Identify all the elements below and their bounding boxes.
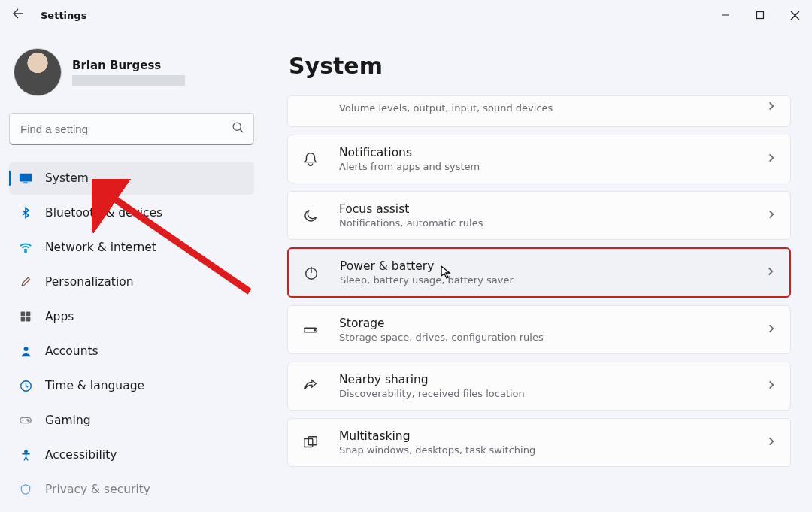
chevron-right-icon [765, 265, 776, 280]
maximize-button[interactable] [743, 0, 777, 30]
nav-label: System [45, 171, 89, 185]
wifi-icon [18, 240, 33, 255]
minimize-button[interactable] [708, 0, 743, 30]
svg-line-5 [240, 129, 243, 132]
svg-rect-10 [26, 312, 31, 317]
nav-label: Apps [45, 310, 74, 323]
nav-item-gaming[interactable]: Gaming [9, 404, 254, 437]
mouse-cursor-icon [439, 265, 453, 283]
sound-icon [301, 98, 320, 116]
accessibility-icon [18, 447, 33, 462]
card-storage[interactable]: Storage Storage space, drives, configura… [287, 305, 791, 354]
card-subtitle: Sleep, battery usage, battery saver [340, 274, 746, 286]
power-icon [302, 264, 320, 282]
nav-label: Gaming [45, 414, 91, 427]
sidebar: Brian Burgess System Bluetooth & devices… [0, 30, 263, 512]
card-title: Power & battery [340, 259, 746, 273]
card-subtitle: Alerts from apps and system [339, 161, 747, 172]
apps-icon [18, 309, 33, 324]
card-title: Nearby sharing [339, 373, 747, 386]
card-subtitle: Volume levels, output, input, sound devi… [339, 102, 747, 114]
bell-icon [301, 150, 320, 168]
profile-name: Brian Burgess [72, 59, 185, 72]
svg-point-13 [23, 347, 28, 351]
search-icon [232, 121, 244, 137]
chevron-right-icon [766, 208, 777, 223]
nav-label: Accessibility [45, 448, 117, 462]
clock-icon [18, 378, 33, 393]
card-subtitle: Discoverability, received files location [339, 388, 747, 399]
drive-icon [301, 321, 320, 339]
card-notifications[interactable]: Notifications Alerts from apps and syste… [287, 135, 791, 183]
profile-block[interactable]: Brian Burgess [9, 42, 254, 107]
nav-label: Personalization [45, 275, 134, 289]
svg-point-4 [233, 123, 241, 130]
nav-item-time[interactable]: Time & language [9, 369, 254, 402]
avatar [14, 48, 62, 96]
bluetooth-icon [18, 205, 33, 220]
page-title: System [289, 53, 791, 79]
chevron-right-icon [766, 152, 777, 166]
shield-icon [18, 482, 33, 497]
nav-label: Network & internet [45, 241, 156, 254]
titlebar: Settings [0, 0, 812, 30]
svg-rect-7 [23, 182, 27, 183]
chevron-right-icon [766, 379, 777, 393]
paintbrush-icon [18, 274, 33, 289]
nav-item-accessibility[interactable]: Accessibility [9, 438, 254, 471]
gamepad-icon [18, 413, 33, 428]
nav-item-network[interactable]: Network & internet [9, 231, 254, 264]
profile-email-redacted [72, 75, 185, 86]
nav-item-accounts[interactable]: Accounts [9, 335, 254, 368]
back-button[interactable] [9, 5, 27, 26]
svg-point-8 [25, 250, 26, 252]
person-icon [18, 344, 33, 359]
svg-rect-1 [757, 12, 764, 19]
svg-rect-11 [21, 317, 26, 322]
svg-point-17 [28, 420, 29, 421]
multitask-icon [301, 434, 320, 452]
card-sound[interactable]: Volume levels, output, input, sound devi… [287, 95, 791, 127]
nav-label: Privacy & security [45, 483, 150, 496]
card-subtitle: Snap windows, desktops, task switching [339, 444, 747, 456]
nav-label: Accounts [45, 344, 98, 358]
search-box[interactable] [9, 113, 254, 145]
search-input[interactable] [19, 122, 232, 136]
window-title: Settings [41, 10, 86, 21]
card-nearby-sharing[interactable]: Nearby sharing Discoverability, received… [287, 362, 791, 411]
card-power-battery[interactable]: Power & battery Sleep, battery usage, ba… [287, 247, 791, 298]
display-icon [18, 171, 33, 186]
svg-rect-6 [20, 174, 32, 182]
svg-rect-12 [26, 317, 31, 322]
card-title: Focus assist [339, 202, 747, 216]
svg-point-22 [314, 329, 316, 331]
nav-item-apps[interactable]: Apps [9, 300, 254, 333]
nav-item-bluetooth[interactable]: Bluetooth & devices [9, 196, 254, 229]
card-multitasking[interactable]: Multitasking Snap windows, desktops, tas… [287, 418, 791, 467]
settings-cards: Volume levels, output, input, sound devi… [287, 95, 791, 467]
moon-icon [301, 207, 320, 225]
card-title: Multitasking [339, 429, 747, 443]
card-focus-assist[interactable]: Focus assist Notifications, automatic ru… [287, 191, 791, 240]
card-title: Storage [339, 317, 747, 330]
nav-label: Time & language [45, 379, 144, 392]
chevron-right-icon [766, 323, 777, 337]
nav-item-privacy[interactable]: Privacy & security [9, 473, 254, 506]
nav-item-personalization[interactable]: Personalization [9, 265, 254, 298]
chevron-right-icon [766, 100, 777, 114]
content-area: System Volume levels, output, input, sou… [263, 30, 812, 512]
share-icon [301, 377, 320, 395]
nav-label: Bluetooth & devices [45, 206, 162, 220]
card-subtitle: Notifications, automatic rules [339, 217, 747, 229]
close-button[interactable] [777, 0, 812, 30]
nav-item-system[interactable]: System [9, 162, 254, 195]
card-subtitle: Storage space, drives, configuration rul… [339, 332, 747, 343]
svg-rect-9 [21, 312, 26, 317]
chevron-right-icon [766, 435, 777, 450]
svg-point-18 [24, 450, 26, 452]
nav-list: System Bluetooth & devices Network & int… [9, 162, 254, 506]
card-title: Notifications [339, 146, 747, 159]
